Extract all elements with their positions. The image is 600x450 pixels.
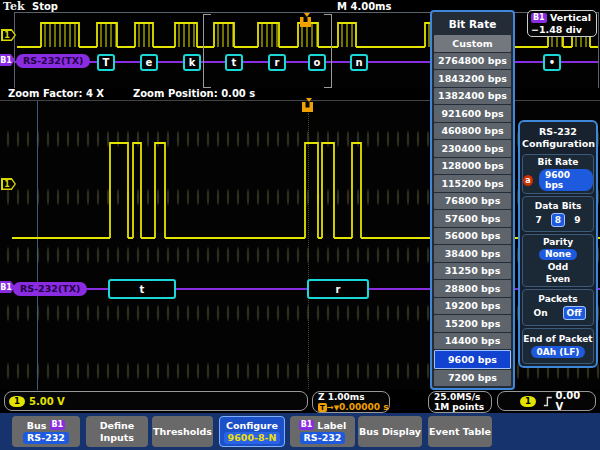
bit-rate-menu-title: Bit Rate	[434, 13, 511, 35]
parity-option-even[interactable]: Even	[546, 274, 571, 284]
decoded-char-box: o	[308, 54, 326, 71]
bit-rate-option-7200-bps[interactable]: 7200 bps	[434, 370, 511, 387]
bus-b1-marker-overview[interactable]: B1	[0, 54, 15, 66]
trigger-t-icon: T	[318, 403, 327, 412]
b1-badge: B1	[531, 13, 547, 23]
bit-rate-option-76800-bps[interactable]: 76800 bps	[434, 193, 511, 210]
config-panel-title: RS-232 Configuration	[522, 124, 594, 152]
data-bits-option-8[interactable]: 8	[551, 213, 565, 227]
rs232-configuration-panel: RS-232 Configuration Bit Rate a 9600 bps…	[518, 120, 598, 368]
trigger-position-icon-zoom[interactable]	[302, 98, 315, 113]
menu-button-define-inputs[interactable]: DefineInputs	[86, 416, 148, 447]
bit-rate-option-38400-bps[interactable]: 38400 bps	[434, 245, 511, 262]
end-of-packet-value: 0Ah (LF)	[531, 346, 586, 358]
acquisition-status: Stop	[32, 1, 58, 12]
window-edge-line	[37, 101, 38, 392]
decoded-char-box: t	[108, 279, 176, 299]
bit-rate-option-1843200-bps[interactable]: 1843200 bps	[434, 70, 511, 87]
menu-button-thresholds[interactable]: Thresholds	[152, 416, 213, 447]
bit-rate-option-1382400-bps[interactable]: 1382400 bps	[434, 88, 511, 105]
trigger-source-badge-icon: 1	[520, 396, 536, 407]
packets-option-on[interactable]: On	[530, 307, 550, 319]
config-end-of-packet-softkey[interactable]: End of Packet 0Ah (LF)	[522, 328, 594, 364]
multipurpose-knob-a-icon: a	[523, 175, 533, 186]
arrow-right-icon: →	[327, 403, 334, 412]
decoded-char-box: r	[268, 54, 286, 71]
bit-rate-option-56000-bps[interactable]: 56000 bps	[434, 228, 511, 245]
bus-label-pill-zoom[interactable]: RS-232(TX)	[13, 282, 87, 296]
bit-rate-option-15200-bps[interactable]: 15200 bps	[434, 315, 511, 332]
bit-rate-option-28800-bps[interactable]: 28800 bps	[434, 280, 511, 297]
bit-rate-option-14400-bps[interactable]: 14400 bps	[434, 333, 511, 350]
trigger-position-icon-overview[interactable]	[300, 13, 313, 28]
zoom-scale-readout[interactable]: Z 1.00ms T→▼0.00000 s	[312, 391, 390, 413]
bit-rate-option-921600-bps[interactable]: 921600 bps	[434, 105, 511, 122]
menu-button-bus[interactable]: BusB1RS-232	[12, 416, 80, 447]
status-readout-bar: 1 5.00 V Z 1.00ms T→▼0.00000 s 25.0MS/s …	[0, 390, 600, 414]
rising-edge-icon	[543, 395, 553, 408]
config-bit-rate-softkey[interactable]: Bit Rate a 9600 bps	[522, 154, 594, 194]
bit-rate-menu: Bit Rate Custom2764800 bps1843200 bps138…	[430, 10, 515, 390]
decoded-char-box: n	[350, 54, 368, 71]
bit-rate-option-19200-bps[interactable]: 19200 bps	[434, 298, 511, 315]
bit-rate-option-460800-bps[interactable]: 460800 bps	[434, 123, 511, 140]
timebase-readout: M 4.00ms	[337, 1, 391, 12]
bottom-menu-bar: BusB1RS-232DefineInputsThresholdsConfigu…	[0, 413, 600, 450]
bit-rate-option-9600-bps[interactable]: 9600 bps	[434, 350, 511, 369]
zoom-region-bracket-left[interactable]	[203, 14, 211, 88]
config-data-bits-softkey[interactable]: Data Bits 7 8 9	[522, 196, 594, 232]
data-bits-option-7[interactable]: 7	[533, 214, 545, 226]
decoded-char-box: r	[307, 279, 369, 299]
menu-button-value: RS-232	[300, 432, 346, 444]
oscilloscope-screen: Tek Stop M 4.00ms RS-232(TX) Tektron• 1 …	[0, 0, 600, 450]
ch1-badge-icon: 1	[9, 396, 25, 407]
data-bits-option-9[interactable]: 9	[571, 214, 583, 226]
bit-rate-option-230400-bps[interactable]: 230400 bps	[434, 140, 511, 157]
bit-rate-option-2764800-bps[interactable]: 2764800 bps	[434, 53, 511, 70]
menu-button-bus-display[interactable]: Bus Display	[358, 416, 422, 447]
bit-rate-option-custom[interactable]: Custom	[434, 35, 511, 52]
config-parity-softkey[interactable]: Parity None Odd Even	[522, 234, 594, 287]
zoom-position-readout: Zoom Position: 0.00 s	[133, 88, 255, 99]
decoded-char-box: t	[225, 54, 243, 71]
menu-button-value: 9600-8-N	[224, 432, 281, 444]
b1-badge: B1	[299, 420, 315, 430]
acquisition-readout[interactable]: 25.0MS/s 1M points	[428, 391, 492, 413]
menu-button-configure[interactable]: Configure9600-8-N	[219, 416, 285, 447]
trigger-level-readout[interactable]: 1 0.00 V	[497, 391, 596, 411]
config-packets-softkey[interactable]: Packets On Off	[522, 289, 594, 325]
decoded-char-box: T	[97, 54, 115, 71]
parity-option-odd[interactable]: Odd	[548, 262, 569, 272]
bus-label-pill-overview[interactable]: RS-232(TX)	[16, 54, 90, 68]
menu-button-label[interactable]: B1LabelRS-232	[290, 416, 355, 447]
menu-button-event-table[interactable]: Event Table	[428, 416, 492, 447]
bit-rate-value: 9600 bps	[539, 169, 593, 191]
zoom-region-bracket-right[interactable]	[324, 14, 332, 88]
decoded-char-box: •	[543, 54, 561, 71]
bit-rate-option-57600-bps[interactable]: 57600 bps	[434, 210, 511, 227]
b1-badge: B1	[50, 420, 66, 430]
center-graticule-line	[308, 113, 309, 389]
bit-rate-option-115200-bps[interactable]: 115200 bps	[434, 175, 511, 192]
packets-option-off[interactable]: Off	[563, 306, 586, 320]
b1-vertical-value: −1.48 div	[531, 24, 582, 35]
decoded-char-box: e	[140, 54, 158, 71]
parity-option-none[interactable]: None	[539, 249, 577, 260]
bit-rate-menu-items: Custom2764800 bps1843200 bps1382400 bps9…	[434, 35, 511, 386]
zoom-factor-readout: Zoom Factor: 4 X	[8, 88, 104, 99]
bit-rate-option-31250-bps[interactable]: 31250 bps	[434, 263, 511, 280]
decoded-char-box: k	[183, 54, 201, 71]
b1-vertical-readout: B1 Vertical −1.48 div	[527, 10, 597, 37]
ch1-scale-readout[interactable]: 1 5.00 V	[4, 391, 308, 411]
bit-rate-option-128000-bps[interactable]: 128000 bps	[434, 158, 511, 175]
menu-button-value: RS-232	[23, 432, 69, 444]
